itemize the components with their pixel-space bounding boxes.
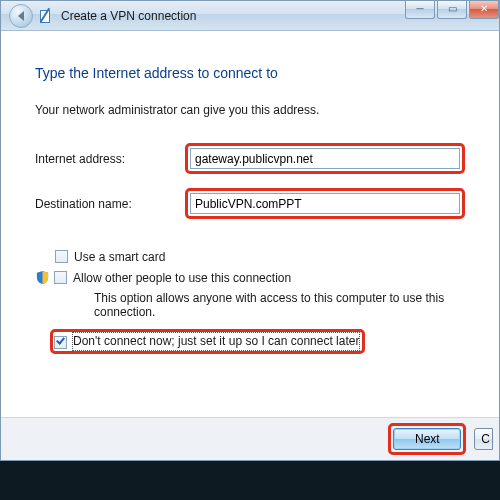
smart-card-option[interactable]: Use a smart card [55,249,465,266]
cancel-button[interactable]: C [474,428,493,450]
wizard-window: Create a VPN connection ─ ▭ ✕ Type the I… [0,0,500,461]
dont-connect-label: Don't connect now; just set it up so I c… [73,333,359,350]
smart-card-checkbox[interactable] [55,250,68,263]
shield-icon [35,270,50,285]
wizard-icon [39,8,55,24]
destination-name-input[interactable] [190,193,460,214]
dont-connect-checkbox[interactable] [54,336,67,349]
highlight-internet-address [185,143,465,174]
wizard-content: Type the Internet address to connect to … [1,31,499,417]
destination-name-row: Destination name: [35,188,465,219]
highlight-destination-name [185,188,465,219]
internet-address-row: Internet address: [35,143,465,174]
smart-card-label: Use a smart card [74,249,165,266]
minimize-button[interactable]: ─ [405,1,435,19]
allow-others-description: This option allows anyone with access to… [94,291,465,319]
button-bar: Next C [1,417,499,460]
allow-others-label: Allow other people to use this connectio… [73,270,291,287]
internet-address-input[interactable] [190,148,460,169]
page-subtext: Your network administrator can give you … [35,103,465,117]
dont-connect-option: Don't connect now; just set it up so I c… [50,329,465,354]
highlight-next: Next [388,423,466,455]
allow-others-option[interactable]: Allow other people to use this connectio… [35,270,465,287]
internet-address-label: Internet address: [35,152,185,166]
options-group: Use a smart card Allow other people to u… [55,249,465,354]
next-button[interactable]: Next [393,428,461,450]
page-heading: Type the Internet address to connect to [35,65,465,81]
destination-name-label: Destination name: [35,197,185,211]
close-button[interactable]: ✕ [469,1,499,19]
window-controls: ─ ▭ ✕ [403,1,499,19]
highlight-dont-connect: Don't connect now; just set it up so I c… [50,329,365,354]
maximize-button[interactable]: ▭ [437,1,467,19]
title-bar: Create a VPN connection ─ ▭ ✕ [1,1,499,31]
allow-others-checkbox[interactable] [54,271,67,284]
window-title: Create a VPN connection [61,9,196,23]
back-button[interactable] [9,4,33,28]
